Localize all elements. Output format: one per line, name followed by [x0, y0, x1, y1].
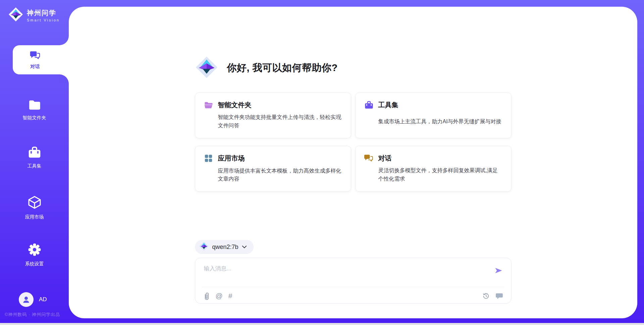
- composer-divider: [202, 287, 504, 287]
- briefcase-icon: [364, 101, 374, 115]
- sidebar-item-app-market[interactable]: 应用市场: [0, 195, 69, 220]
- sidebar-item-settings[interactable]: 系统设置: [0, 243, 69, 267]
- folder-icon: [28, 99, 41, 112]
- briefcase-icon: [28, 146, 42, 160]
- message-input[interactable]: [204, 265, 472, 284]
- sidebar-item-label: 应用市场: [25, 214, 44, 220]
- sidebar-item-label: 智能文件夹: [23, 115, 46, 121]
- card-title: 对话: [378, 153, 502, 164]
- sidebar-item-smart-folder[interactable]: 智能文件夹: [0, 99, 69, 121]
- sidebar-item-toolset[interactable]: 工具集: [0, 146, 69, 169]
- brand-diamond-icon: [8, 7, 23, 23]
- folder-icon: [204, 101, 214, 111]
- sidebar-item-label: 工具集: [28, 163, 42, 169]
- brand-name: 神州问学: [27, 8, 60, 17]
- hero: 你好, 我可以如何帮助你?: [195, 56, 338, 80]
- app-root: 神州问学 Smart Vision 对话 智能文件夹: [0, 0, 644, 325]
- card-description: 应用市场提供丰富长文本模板，助力高效生成多样化文章内容: [218, 167, 342, 184]
- card-title: 应用市场: [218, 153, 342, 164]
- card-app-market[interactable]: 应用市场 应用市场提供丰富长文本模板，助力高效生成多样化文章内容: [195, 146, 351, 192]
- message-composer: @ #: [195, 258, 512, 304]
- card-title: 工具集: [378, 100, 502, 115]
- composer-area: qwen2:7b: [195, 240, 512, 304]
- assistant-diamond-icon: [195, 56, 218, 80]
- chat-bubbles-icon: [364, 154, 374, 164]
- chevron-down-icon: [242, 244, 247, 250]
- user-name: AD: [39, 296, 47, 303]
- sidebar-item-label: 系统设置: [25, 261, 44, 267]
- card-smart-folder[interactable]: 智能文件夹 智能文件夹功能支持批量文件上传与清洗，轻松实现文件问答: [195, 92, 351, 138]
- model-name: qwen2:7b: [212, 244, 238, 251]
- sidebar-item-label: 对话: [31, 64, 40, 70]
- card-chat[interactable]: 对话 灵活切换多模型文件，支持多样回复效果调试,满足个性化需求: [355, 146, 512, 192]
- gear-icon: [28, 243, 42, 258]
- tab-curve-top: [59, 36, 69, 45]
- user-account[interactable]: AD: [19, 292, 47, 307]
- card-description: 智能文件夹功能支持批量文件上传与清洗，轻松实现文件问答: [218, 113, 342, 130]
- hashtag-icon[interactable]: #: [228, 292, 232, 300]
- card-description: 集成市场上主流工具，助力AI与外界无缝扩展与对接: [378, 118, 502, 130]
- card-toolset[interactable]: 工具集 集成市场上主流工具，助力AI与外界无缝扩展与对接: [355, 92, 512, 138]
- avatar: [19, 292, 34, 307]
- mention-icon[interactable]: @: [216, 292, 223, 300]
- brand-subtitle: Smart Vision: [27, 18, 60, 22]
- grid-icon: [204, 154, 214, 164]
- brand-text: 神州问学 Smart Vision: [27, 8, 60, 22]
- chat-bubbles-icon: [30, 50, 41, 62]
- cube-icon: [27, 195, 42, 211]
- history-icon[interactable]: [482, 292, 490, 300]
- card-title: 智能文件夹: [218, 100, 342, 111]
- sidebar-item-chat[interactable]: 对话: [13, 45, 69, 74]
- model-selector[interactable]: qwen2:7b: [195, 240, 254, 254]
- tab-curve-bottom: [59, 74, 69, 84]
- composer-toolbar: @ #: [203, 291, 503, 301]
- window-bottom-edge: [0, 323, 644, 325]
- greeting-title: 你好, 我可以如何帮助你?: [227, 61, 338, 75]
- card-description: 灵活切换多模型文件，支持多样回复效果调试,满足个性化需求: [378, 167, 502, 183]
- brand-logo: 神州问学 Smart Vision: [8, 7, 60, 23]
- model-diamond-icon: [199, 241, 209, 253]
- main-content: 你好, 我可以如何帮助你? 智能文件夹 智能文件夹功能支持批量文件上传与清洗，轻…: [69, 7, 637, 318]
- send-icon[interactable]: [494, 266, 503, 276]
- attachment-icon[interactable]: [203, 292, 210, 300]
- feature-cards: 智能文件夹 智能文件夹功能支持批量文件上传与清洗，轻松实现文件问答 工具集 集成…: [195, 92, 512, 192]
- copyright-text: ©神州数码 · 神州问学出品: [5, 312, 60, 318]
- chat-bubble-icon[interactable]: [495, 292, 503, 300]
